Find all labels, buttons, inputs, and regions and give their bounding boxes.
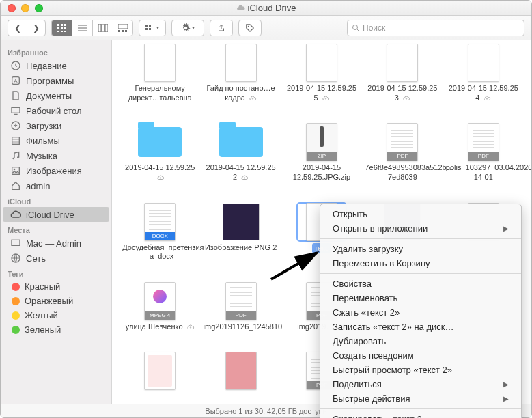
ctx-compress[interactable]: Сжать «текст 2»	[320, 305, 521, 320]
sidebar-item[interactable]: Музыка	[1, 148, 111, 163]
sidebar-item-icloud-drive[interactable]: iCloud Drive	[3, 207, 109, 222]
desktop-icon	[10, 105, 21, 116]
sidebar-item[interactable]: admin	[1, 178, 111, 193]
tag-dot-icon	[12, 283, 20, 291]
file-item[interactable]: PDF7e6f8e498953083a512b…7ed8039	[364, 124, 440, 193]
cloud-download-icon	[249, 95, 257, 102]
sidebar-item[interactable]: Сеть	[1, 251, 111, 266]
svg-rect-5	[64, 27, 66, 29]
file-icon	[387, 44, 418, 82]
ctx-duplicate[interactable]: Дублировать	[320, 334, 521, 348]
file-item[interactable]: PDFimg20191126_1245810	[202, 283, 279, 344]
ctx-open[interactable]: Открыть	[320, 207, 521, 221]
gallery-view-button[interactable]	[113, 20, 133, 36]
grid-icon	[57, 24, 67, 32]
chevron-right-icon: ▶	[503, 225, 509, 232]
columns-icon	[98, 24, 108, 32]
svg-rect-20	[149, 25, 151, 27]
file-name: Гайд по постано…е кадра	[204, 84, 279, 103]
ctx-share[interactable]: Поделиться▶	[320, 377, 521, 391]
cloud-download-icon	[322, 95, 330, 102]
svg-point-23	[248, 25, 249, 27]
forward-button[interactable]: ❯	[27, 20, 46, 36]
doc-icon	[10, 90, 21, 101]
svg-rect-6	[57, 31, 59, 32]
sidebar-label: Mac — Admin	[26, 238, 81, 249]
file-item[interactable]: 2019-04-15 12.59.25 4	[445, 44, 522, 114]
sidebar-tag[interactable]: Зеленый	[1, 322, 111, 337]
file-name: Генеральному директ…тальевна	[122, 84, 197, 103]
sidebar-item[interactable]: Фильмы	[1, 133, 111, 148]
action-button[interactable]: ▾	[171, 20, 204, 36]
sidebar-label: Программы	[26, 76, 74, 86]
search-input[interactable]: Поиск	[347, 20, 524, 36]
ctx-trash[interactable]: Переместить в Корзину	[320, 256, 521, 270]
sidebar-tag[interactable]: Желтый	[1, 308, 111, 322]
sidebar-label: Сеть	[26, 253, 46, 264]
file-item[interactable]: 2019-04-15 12.59.25	[122, 124, 198, 193]
sidebar-tag[interactable]: Красный	[1, 279, 111, 294]
file-item[interactable]: PDFpolis_103297_03.04.2020_12-14-01	[445, 124, 522, 193]
book-thumb	[225, 352, 257, 390]
ctx-alias[interactable]: Создать псевдоним	[320, 348, 521, 363]
file-icon: PDF	[225, 282, 257, 320]
sidebar-label: admin	[26, 181, 50, 191]
sidebar-header-favorites: Избранное	[1, 44, 111, 58]
list-view-button[interactable]	[72, 20, 92, 36]
share-button[interactable]	[210, 20, 233, 36]
file-item[interactable]: 2019-04-15 12.59.25 5	[283, 44, 360, 114]
file-item[interactable]: Генеральному директ…тальевна	[122, 44, 198, 114]
file-item[interactable]: Гайд по постано…е кадра	[202, 44, 279, 114]
ctx-info[interactable]: Свойства	[320, 277, 521, 291]
tags-button[interactable]	[238, 20, 262, 36]
file-item[interactable]: 2019-04-15 12.59.25 3	[364, 44, 440, 114]
file-name: 2019-04-15 12.59.25.JPG.zip	[284, 163, 359, 182]
file-icon	[144, 44, 176, 82]
image-icon	[10, 165, 21, 176]
file-item[interactable]: DOCXДосудебная_претензия_…та_docx	[122, 204, 198, 273]
context-menu: Открыть Открыть в приложении▶ Удалить за…	[320, 204, 522, 418]
net-icon	[10, 253, 21, 264]
ctx-quicklook[interactable]: Быстрый просмотр «текст 2»	[320, 363, 521, 377]
file-name: 2019-04-15 12.59.25 4	[446, 84, 521, 103]
app-icon: A	[10, 75, 21, 86]
sidebar: Избранное НедавниеAПрограммыДокументыРаб…	[1, 40, 112, 404]
film-icon	[10, 135, 21, 146]
svg-rect-8	[64, 31, 66, 32]
gallery-icon	[118, 24, 128, 32]
sidebar-item[interactable]: Рабочий стол	[1, 103, 111, 118]
cloud-icon	[10, 209, 21, 220]
sidebar-tag[interactable]: Оранжевый	[1, 294, 111, 308]
svg-rect-21	[145, 28, 148, 30]
ctx-rename[interactable]: Переименовать	[320, 291, 521, 305]
file-item[interactable]	[202, 352, 279, 404]
sidebar-item[interactable]: Недавние	[1, 58, 111, 73]
ctx-quick-actions[interactable]: Быстрые действия▶	[320, 391, 521, 406]
tag-icon	[245, 23, 255, 33]
svg-rect-13	[102, 24, 104, 32]
file-item[interactable]: Изображение PNG 2	[202, 204, 279, 273]
gear-icon	[181, 23, 191, 33]
file-item[interactable]	[122, 352, 198, 404]
column-view-button[interactable]	[92, 20, 113, 36]
sidebar-item[interactable]: Документы	[1, 88, 111, 103]
sidebar-item[interactable]: Mac — Admin	[1, 236, 111, 251]
file-name: улица Шевченко	[126, 322, 195, 332]
file-name: 2019-04-15 12.59.25	[122, 163, 197, 182]
ctx-burn[interactable]: Записать «текст 2» на диск…	[320, 320, 521, 334]
sidebar-header-icloud: iCloud	[1, 193, 111, 207]
file-item[interactable]: ZIP2019-04-15 12.59.25.JPG.zip	[283, 124, 360, 193]
file-name: 2019-04-15 12.59.25 2	[204, 163, 279, 182]
back-button[interactable]: ❮	[8, 20, 27, 36]
sidebar-item[interactable]: Загрузки	[1, 118, 111, 133]
ctx-open-with[interactable]: Открыть в приложении▶	[320, 221, 521, 236]
sidebar-item[interactable]: Изображения	[1, 163, 111, 178]
ctx-remove-download[interactable]: Удалить загрузку	[320, 242, 521, 256]
icon-view-button[interactable]	[51, 20, 72, 36]
ctx-separator	[320, 238, 521, 239]
arrange-button[interactable]: ▾	[139, 20, 166, 36]
file-item[interactable]: MPEG 4улица Шевченко	[122, 283, 198, 344]
ctx-copy[interactable]: Скопировать «текст 2»	[320, 412, 521, 418]
file-item[interactable]: 2019-04-15 12.59.25 2	[202, 124, 279, 193]
sidebar-item[interactable]: AПрограммы	[1, 73, 111, 88]
